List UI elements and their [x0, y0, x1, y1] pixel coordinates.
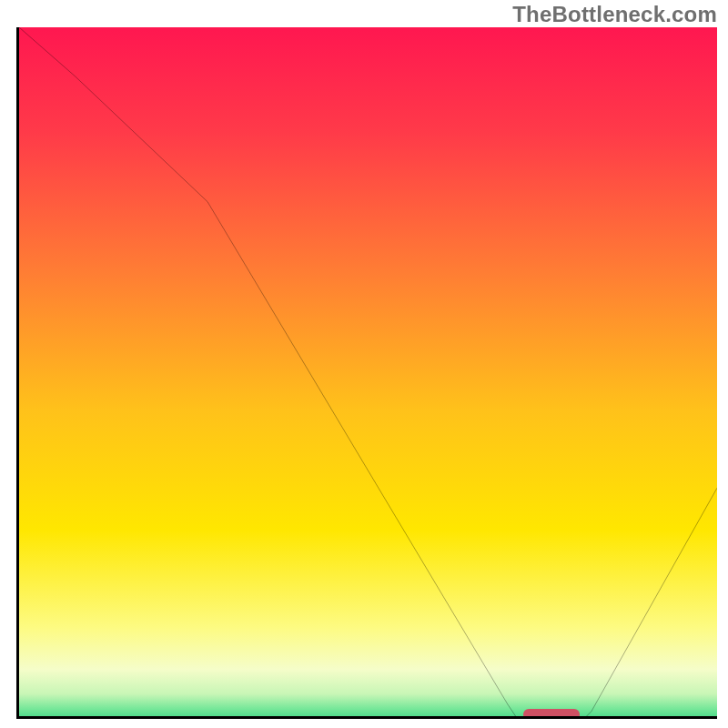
background-gradient [19, 27, 717, 719]
optimal-marker [523, 709, 580, 719]
chart-container: TheBottleneck.com [0, 0, 728, 728]
plot-area [16, 27, 717, 719]
svg-rect-0 [19, 27, 717, 719]
watermark-text: TheBottleneck.com [512, 2, 717, 27]
